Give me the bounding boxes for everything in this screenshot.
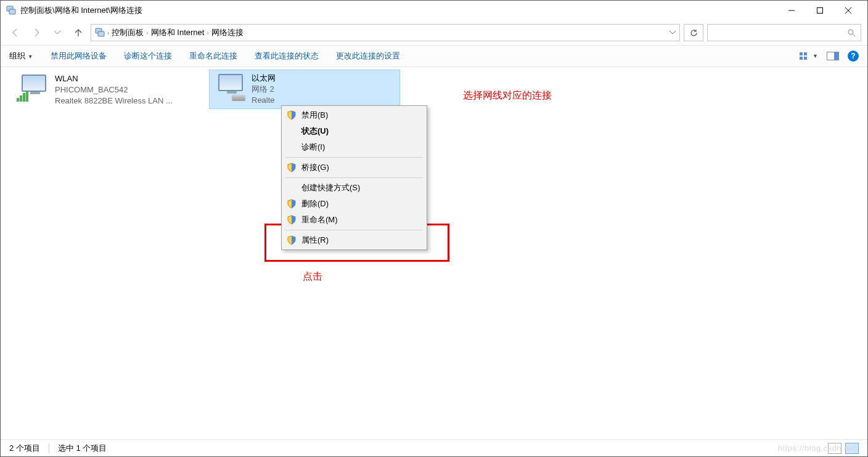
shield-icon: [287, 199, 297, 209]
command-bar: 组织 ▼ 禁用此网络设备 诊断这个连接 重命名此连接 查看此连接的状态 更改此连…: [1, 45, 867, 67]
svg-rect-11: [804, 52, 807, 55]
cmd-view-status[interactable]: 查看此连接的状态: [255, 51, 319, 62]
watermark: https://blog.csdn.net/: [778, 443, 859, 453]
search-input[interactable]: [707, 24, 861, 41]
svg-rect-3: [817, 8, 823, 14]
breadcrumb-item[interactable]: 网络和 Internet: [151, 27, 205, 38]
nav-back-button[interactable]: [7, 24, 24, 41]
search-icon: [847, 28, 856, 37]
shield-icon: [287, 110, 297, 120]
address-bar: › 控制面板 › 网络和 Internet › 网络连接: [1, 20, 867, 45]
app-icon: [6, 5, 17, 16]
svg-rect-1: [9, 9, 15, 14]
view-options-button[interactable]: ▼: [800, 52, 818, 60]
menu-separator: [285, 230, 423, 230]
address-field[interactable]: › 控制面板 › 网络和 Internet › 网络连接: [91, 24, 680, 41]
minimize-button[interactable]: [777, 1, 806, 20]
menu-item-rename[interactable]: 重命名(M): [283, 212, 425, 228]
cmd-diagnose[interactable]: 诊断这个连接: [124, 51, 172, 62]
preview-pane-button[interactable]: [827, 52, 839, 60]
svg-rect-7: [98, 31, 104, 36]
close-button[interactable]: [834, 1, 862, 20]
context-menu: 禁用(B) 状态(U) 诊断(I) 桥接(G) 创建快捷方式(S) 删除(D) …: [281, 105, 427, 250]
svg-rect-12: [800, 57, 803, 60]
chevron-right-icon: ›: [207, 30, 208, 36]
cmd-disable-device[interactable]: 禁用此网络设备: [51, 51, 107, 62]
chevron-right-icon: ›: [146, 30, 148, 36]
window-titlebar: 控制面板\网络和 Internet\网络连接: [1, 1, 867, 20]
shield-icon: [287, 215, 297, 225]
nav-recent-button[interactable]: [49, 24, 66, 41]
connection-device: Realte: [252, 95, 276, 106]
menu-item-bridge[interactable]: 桥接(G): [283, 160, 425, 176]
nav-forward-button[interactable]: [28, 24, 45, 41]
menu-item-diagnose[interactable]: 诊断(I): [283, 139, 425, 155]
breadcrumb-item[interactable]: 网络连接: [211, 27, 244, 38]
connection-status: PHICOMM_BAC542: [55, 84, 173, 95]
svg-point-8: [848, 30, 853, 34]
separator: [49, 443, 49, 453]
refresh-button[interactable]: [684, 24, 703, 41]
cmd-rename[interactable]: 重命名此连接: [189, 51, 237, 62]
menu-item-create-shortcut[interactable]: 创建快捷方式(S): [283, 180, 425, 196]
chevron-right-icon: ›: [107, 30, 109, 36]
maximize-button[interactable]: [806, 1, 834, 20]
connection-name: 以太网: [252, 73, 276, 84]
svg-rect-15: [834, 52, 839, 60]
menu-item-delete: 删除(D): [283, 196, 425, 212]
svg-rect-13: [804, 57, 807, 60]
connection-name: WLAN: [55, 73, 173, 84]
window-title: 控制面板\网络和 Internet\网络连接: [20, 5, 142, 16]
shield-icon: [287, 235, 297, 245]
menu-item-status[interactable]: 状态(U): [283, 123, 425, 139]
status-item-count: 2 个项目: [9, 443, 40, 454]
menu-item-disable[interactable]: 禁用(B): [283, 107, 425, 123]
address-dropdown-button[interactable]: [669, 31, 676, 34]
breadcrumb-item[interactable]: 控制面板: [112, 27, 144, 38]
menu-item-properties[interactable]: 属性(R): [283, 232, 425, 248]
menu-separator: [285, 157, 423, 158]
annotation-select-connection: 选择网线对应的连接: [463, 89, 552, 102]
connection-status: 网络 2: [252, 84, 276, 95]
svg-line-9: [853, 34, 855, 36]
connection-item-wlan[interactable]: WLAN PHICOMM_BAC542 Realtek 8822BE Wirel…: [13, 71, 204, 109]
connection-device: Realtek 8822BE Wireless LAN ...: [55, 95, 173, 107]
ethernet-adapter-icon: [213, 73, 248, 101]
cmd-change-settings[interactable]: 更改此连接的设置: [336, 51, 400, 62]
content-area: WLAN PHICOMM_BAC542 Realtek 8822BE Wirel…: [1, 67, 867, 434]
breadcrumb-icon: [95, 28, 105, 38]
help-button[interactable]: ?: [848, 51, 859, 62]
menu-separator: [285, 177, 423, 178]
connection-item-ethernet[interactable]: 以太网 网络 2 Realte: [209, 70, 400, 109]
status-bar: 2 个项目 选中 1 个项目: [1, 439, 867, 456]
wifi-adapter-icon: [17, 73, 51, 102]
organize-menu[interactable]: 组织 ▼: [9, 51, 33, 62]
annotation-click: 点击: [303, 270, 322, 283]
shield-icon: [287, 163, 297, 172]
nav-up-button[interactable]: [70, 24, 87, 41]
svg-rect-10: [800, 52, 803, 55]
status-selected-count: 选中 1 个项目: [58, 443, 107, 454]
